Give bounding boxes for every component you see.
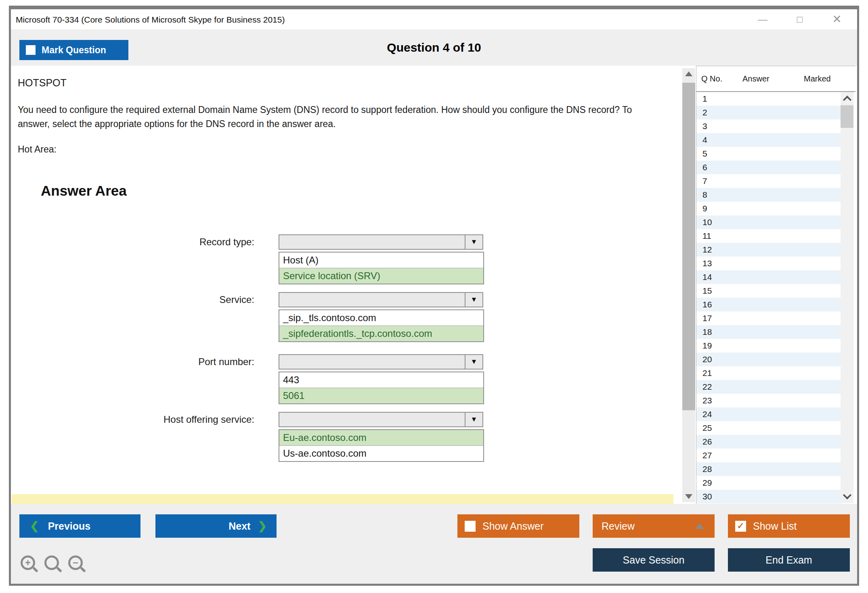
maximize-icon[interactable]: □ xyxy=(792,15,808,24)
record-type-select[interactable]: ▼ xyxy=(279,234,483,250)
dropdown-label-record-type: Record type: xyxy=(11,234,254,250)
port-number-options: 4435061 xyxy=(279,372,484,404)
question-list-scrollbar-thumb[interactable] xyxy=(841,105,853,128)
header-band: Question 4 of 10 Mark Question xyxy=(11,29,857,66)
end-exam-button[interactable]: End Exam xyxy=(728,548,850,572)
dropdown-label-host-offering-service: Host offering service: xyxy=(11,412,254,427)
question-row-5[interactable]: 5 xyxy=(696,147,842,161)
window-controls: — □ ✕ xyxy=(755,9,845,29)
record-type-options: Host (A)Service location (SRV) xyxy=(279,252,484,284)
question-row-16[interactable]: 16 xyxy=(696,298,842,311)
title-bar: Microsoft 70-334 (Core Solutions of Micr… xyxy=(11,9,857,29)
close-icon[interactable]: ✕ xyxy=(829,14,845,25)
question-row-23[interactable]: 23 xyxy=(696,394,842,407)
show-answer-label: Show Answer xyxy=(482,520,543,532)
show-answer-button[interactable]: Show Answer xyxy=(457,514,579,538)
option-us-ae-contoso-com[interactable]: Us-ae.contoso.com xyxy=(279,446,483,461)
next-button[interactable]: Next ❯ xyxy=(155,514,277,538)
question-row-7[interactable]: 7 xyxy=(696,174,842,188)
host-offering-service-select[interactable]: ▼ xyxy=(279,412,483,427)
question-row-17[interactable]: 17 xyxy=(696,311,842,325)
question-row-11[interactable]: 11 xyxy=(696,229,842,243)
show-answer-checkbox[interactable] xyxy=(465,521,476,532)
review-label: Review xyxy=(602,520,635,532)
question-row-6[interactable]: 6 xyxy=(696,161,842,174)
chevron-down-icon: ▼ xyxy=(465,235,482,249)
previous-button[interactable]: ❮ Previous xyxy=(19,514,140,538)
question-row-13[interactable]: 13 xyxy=(696,257,842,270)
magnifier-icon[interactable] xyxy=(44,555,59,570)
chevron-left-icon: ❮ xyxy=(30,520,39,532)
question-row-26[interactable]: 26 xyxy=(696,435,842,449)
option-eu-ae-contoso-com[interactable]: Eu-ae.contoso.com xyxy=(279,430,483,446)
port-number-select[interactable]: ▼ xyxy=(279,354,483,370)
column-marked: Marked xyxy=(804,66,831,91)
question-row-21[interactable]: 21 xyxy=(696,366,842,380)
question-row-10[interactable]: 10 xyxy=(696,215,842,229)
window-title: Microsoft 70-334 (Core Solutions of Micr… xyxy=(16,9,285,30)
highlight-strip xyxy=(12,494,673,504)
question-row-20[interactable]: 20 xyxy=(696,353,842,366)
content-scrollbar-thumb[interactable] xyxy=(682,83,695,410)
check-icon: ✓ xyxy=(737,522,744,530)
question-row-3[interactable]: 3 xyxy=(696,119,842,133)
question-row-2[interactable]: 2 xyxy=(696,106,842,119)
hot-area-label: Hot Area: xyxy=(18,144,57,155)
column-answer: Answer xyxy=(742,66,769,91)
scroll-down-icon[interactable] xyxy=(843,491,851,499)
show-list-checkbox[interactable]: ✓ xyxy=(735,521,746,532)
service-select[interactable]: ▼ xyxy=(279,292,483,307)
question-row-14[interactable]: 14 xyxy=(696,270,842,284)
question-counter: Question 4 of 10 xyxy=(11,29,857,66)
question-row-25[interactable]: 25 xyxy=(696,421,842,435)
end-exam-label: End Exam xyxy=(765,554,812,566)
question-row-27[interactable]: 27 xyxy=(696,449,842,462)
question-row-8[interactable]: 8 xyxy=(696,188,842,202)
next-label: Next xyxy=(229,520,250,532)
option-host-a[interactable]: Host (A) xyxy=(279,253,483,268)
question-list-panel: Q No. Answer Marked 12345678910111213141… xyxy=(696,66,855,504)
question-row-1[interactable]: 1 xyxy=(696,92,842,106)
scroll-up-icon[interactable] xyxy=(843,96,851,104)
question-row-15[interactable]: 15 xyxy=(696,284,842,298)
zoom-controls: + − xyxy=(21,555,83,570)
question-row-9[interactable]: 9 xyxy=(696,202,842,215)
previous-label: Previous xyxy=(48,520,91,532)
scroll-up-icon[interactable] xyxy=(685,71,692,76)
question-list: 1234567891011121314151617181920212223242… xyxy=(696,92,842,503)
scroll-down-icon[interactable] xyxy=(685,494,692,499)
chevron-down-icon: ▼ xyxy=(465,355,482,369)
question-list-header: Q No. Answer Marked xyxy=(696,66,855,92)
dropdown-label-service: Service: xyxy=(11,292,254,307)
review-button[interactable]: Review xyxy=(593,514,715,538)
show-list-button[interactable]: ✓ Show List xyxy=(728,514,850,538)
zoom-in-icon[interactable]: + xyxy=(21,555,35,570)
question-row-4[interactable]: 4 xyxy=(696,133,842,147)
app-window: Microsoft 70-334 (Core Solutions of Micr… xyxy=(9,6,859,586)
question-row-22[interactable]: 22 xyxy=(696,380,842,394)
question-row-29[interactable]: 29 xyxy=(696,476,842,490)
question-row-12[interactable]: 12 xyxy=(696,243,842,257)
content-scrollbar[interactable] xyxy=(682,68,695,502)
show-list-label: Show List xyxy=(753,520,797,532)
question-row-24[interactable]: 24 xyxy=(696,407,842,421)
mark-question-label: Mark Question xyxy=(42,45,106,56)
option-sipfederationtls-tcp-contoso-com[interactable]: _sipfederationtls._tcp.contoso.com xyxy=(279,326,483,341)
minimize-icon[interactable]: — xyxy=(755,15,771,24)
save-session-button[interactable]: Save Session xyxy=(593,548,715,572)
mark-question-checkbox[interactable] xyxy=(26,45,36,55)
service-options: _sip._tls.contoso.com_sipfederationtls._… xyxy=(279,309,484,342)
chevron-down-icon: ▼ xyxy=(465,413,482,426)
option-5061[interactable]: 5061 xyxy=(279,388,483,403)
host-offering-service-options: Eu-ae.contoso.comUs-ae.contoso.com xyxy=(279,429,484,462)
option-443[interactable]: 443 xyxy=(279,372,483,388)
question-list-scrollbar[interactable] xyxy=(841,92,853,503)
option-service-location-srv[interactable]: Service location (SRV) xyxy=(279,268,483,284)
question-row-30[interactable]: 30 xyxy=(696,490,842,503)
question-row-19[interactable]: 19 xyxy=(696,339,842,353)
question-row-18[interactable]: 18 xyxy=(696,325,842,339)
question-row-28[interactable]: 28 xyxy=(696,462,842,476)
option-sip-tls-contoso-com[interactable]: _sip._tls.contoso.com xyxy=(279,310,483,326)
mark-question-button[interactable]: Mark Question xyxy=(19,40,128,60)
zoom-out-icon[interactable]: − xyxy=(68,555,83,570)
